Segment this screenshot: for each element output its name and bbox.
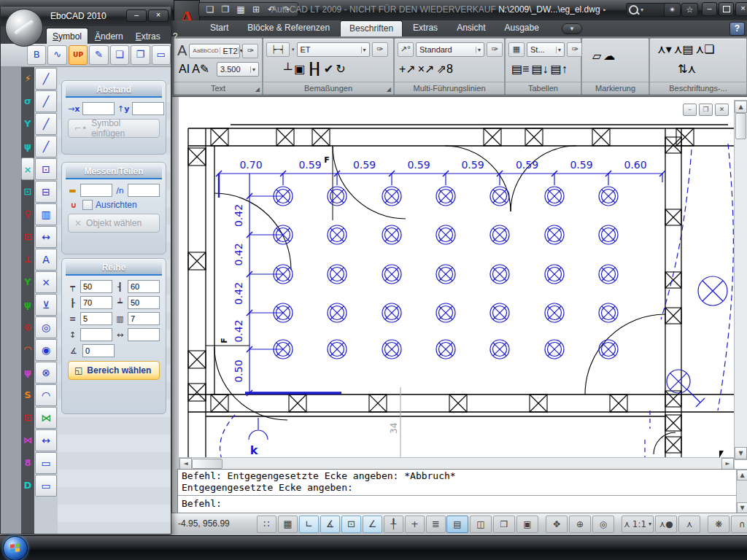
cross-button[interactable]: × <box>35 271 57 293</box>
align-checkbox[interactable] <box>82 200 93 210</box>
collect-leader-icon[interactable]: ⇗8 <box>437 62 453 76</box>
text-cursor-icon[interactable]: AI <box>179 63 190 76</box>
reihe-input-2a[interactable] <box>80 312 112 325</box>
hscroll-thumb[interactable] <box>192 459 222 469</box>
tool-dot-square-red[interactable]: ⊡ <box>21 225 34 248</box>
diag-line2-button[interactable]: ╱ <box>35 90 57 112</box>
x-offset-input[interactable] <box>82 102 115 115</box>
corner-button[interactable]: ▭ <box>152 45 171 65</box>
page-button[interactable]: ❏ <box>110 45 129 65</box>
linear-dim-icon[interactable]: ┝─┥ <box>266 42 290 57</box>
text-button[interactable]: A <box>35 249 57 271</box>
tool-sigma[interactable]: σ <box>21 90 34 112</box>
lamp-button[interactable]: ⊗ <box>35 362 57 384</box>
add-scale-icon[interactable]: ⋏▤ <box>674 42 694 56</box>
reihe-input-1b[interactable] <box>128 296 160 309</box>
reihe-input-3a[interactable] <box>80 328 112 341</box>
rect-button[interactable]: ▭ <box>35 452 57 474</box>
tool-y-cyan[interactable]: Y <box>21 112 34 135</box>
text-style-brush-icon[interactable]: ✑ <box>242 44 258 58</box>
tool-lock-magenta[interactable]: 8 <box>21 451 34 474</box>
help-button[interactable]: ? <box>729 22 745 36</box>
text-style-combo[interactable]: AaBbCcD ET2 ▾ <box>189 44 240 58</box>
select-area-button[interactable]: ◱ Bereich wählen <box>68 361 160 380</box>
open-file-icon[interactable]: ❐ <box>219 4 232 15</box>
tool-psi-cyan[interactable]: ψ <box>21 135 34 158</box>
ribbon-tab-ansicht[interactable]: Ansicht <box>448 20 494 36</box>
multileader-icon[interactable]: ↗° <box>398 42 414 57</box>
polar-toggle[interactable]: ∡ <box>320 516 340 533</box>
table-download-icon[interactable]: ▤↓ <box>531 62 548 76</box>
dim-chain-icon[interactable]: ┠┨ <box>307 62 321 76</box>
tool-arch-orange[interactable]: ◠ <box>21 338 34 361</box>
ebocad-close-button[interactable]: × <box>148 9 169 22</box>
angle-input[interactable] <box>82 344 115 357</box>
measure-input[interactable] <box>80 184 112 197</box>
favorites-button[interactable]: ☆ <box>681 3 698 17</box>
cmd-scroll-up-button[interactable]: ▲ <box>737 470 747 481</box>
tool-dot-square-cyan[interactable]: ⊡ <box>21 180 34 203</box>
osnap-toggle[interactable]: ⊡ <box>341 516 361 533</box>
dim-continue-icon[interactable]: ▣ <box>294 62 305 76</box>
cross-line-button[interactable]: ⊻ <box>35 294 57 316</box>
search-arrow-icon[interactable]: ▾ <box>640 7 643 13</box>
ribbon-tab-beschriften[interactable]: Beschriften <box>340 20 403 37</box>
sync-scale-icon[interactable]: ⇅⋏ <box>678 62 696 76</box>
maximize-button[interactable] <box>719 2 734 16</box>
annotation-scale-button[interactable]: ⋏ 1:1 ▾ <box>622 516 654 533</box>
reihe-input-1a[interactable] <box>80 296 112 309</box>
tool-dot-square-red2[interactable]: ⊡ <box>21 406 34 429</box>
table-upload-icon[interactable]: ▤↑ <box>551 62 568 76</box>
wipeout-icon[interactable]: ▱ <box>592 49 601 63</box>
scroll-left-button[interactable]: ◄ <box>179 458 192 470</box>
ebocad-tab-?[interactable]: ? <box>167 28 184 44</box>
ebocad-tab-symbol[interactable]: Symbol <box>46 28 88 44</box>
tool-valve-magenta[interactable]: ⋈ <box>21 429 34 451</box>
select-object-button[interactable]: × Objekt wählen <box>68 214 160 233</box>
table-style-combo[interactable]: St...▾ <box>527 42 565 57</box>
del-scale-icon[interactable]: ⋏❏ <box>696 42 715 56</box>
table-extract-icon[interactable]: ▤≡ <box>511 62 529 76</box>
workspace-gear-button[interactable]: ❋ <box>708 516 729 533</box>
tool-y-green[interactable]: Y <box>21 271 34 293</box>
lwt-toggle[interactable]: ≣ <box>426 516 446 533</box>
cmd-scroll-down-button[interactable]: ▼ <box>737 502 747 513</box>
vscroll-thumb[interactable] <box>735 113 746 139</box>
command-scrollbar[interactable]: ▲ ▼ <box>736 469 747 514</box>
annotation-scale-icon[interactable]: ⋏▾ <box>657 42 672 56</box>
scroll-right-button[interactable]: ► <box>721 458 734 470</box>
tool-lamp-red[interactable]: ♀ <box>21 203 34 225</box>
rect2-button[interactable]: ▭ <box>35 475 57 497</box>
table-brush-icon[interactable]: ✑ <box>567 42 583 57</box>
line-edit-button[interactable]: ✎ <box>89 45 108 65</box>
unlock-button[interactable]: ∩ <box>731 516 747 533</box>
otrack-toggle[interactable]: ∠ <box>363 516 382 533</box>
ebocad-tab-ndern[interactable]: Ändern <box>89 28 129 44</box>
text-height-combo[interactable]: 3.500▾ <box>217 62 259 77</box>
tool-flash[interactable]: ⚡ <box>21 67 34 90</box>
start-button[interactable] <box>3 536 28 560</box>
dim-update-icon[interactable]: ↻ <box>336 62 345 76</box>
doc-close-button[interactable]: ✕ <box>715 104 729 116</box>
print-icon[interactable]: ⊞ <box>249 4 263 15</box>
tool-d-cyan[interactable]: D <box>21 474 34 497</box>
diag-line3-button[interactable]: ╱ <box>35 113 57 135</box>
up-button[interactable]: UP <box>69 45 88 65</box>
model-button[interactable]: ▤ <box>446 516 468 533</box>
qv-drawings-button[interactable]: ❒ <box>493 516 515 533</box>
rect-point-button[interactable]: ⊟ <box>35 181 57 203</box>
table-icon[interactable]: ▦ <box>508 42 525 57</box>
reihe-input-0a[interactable] <box>80 280 112 293</box>
zoom-button[interactable]: ⊕ <box>569 516 591 533</box>
tool-ground-red[interactable]: ⊥ <box>21 248 34 271</box>
mleader-style-combo[interactable]: Standard▾ <box>416 42 484 57</box>
divide-input[interactable] <box>128 184 160 197</box>
dim2-button[interactable]: ↔ <box>35 429 57 451</box>
scroll-down-button[interactable]: ▼ <box>735 447 747 459</box>
coordinate-display[interactable]: -4.95, 956.99 <box>178 518 230 529</box>
tool-x-cyan[interactable]: × <box>21 158 34 180</box>
ortho-toggle[interactable]: ∟ <box>299 516 319 533</box>
pan-button[interactable]: ✥ <box>546 516 568 533</box>
uv-box-button[interactable]: ▥ <box>35 203 57 225</box>
tool-psi-magenta[interactable]: ψ <box>21 361 34 384</box>
